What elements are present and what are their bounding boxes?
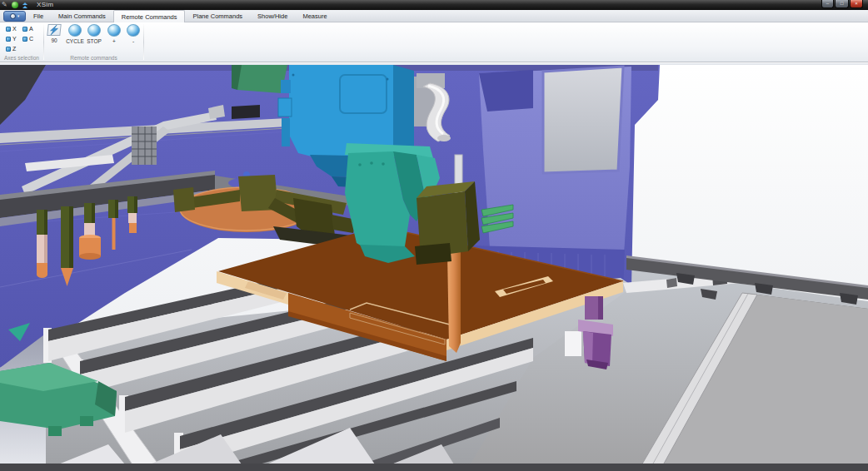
axis-checkbox-z[interactable]: Z xyxy=(6,45,16,52)
maximize-button[interactable]: □ xyxy=(835,0,849,8)
remote-group-label: Remote commands xyxy=(44,55,143,61)
remote-stop-button[interactable]: STOP xyxy=(84,24,104,44)
lightning-program-icon xyxy=(47,24,61,36)
tab-file[interactable]: File xyxy=(26,10,51,22)
remote-90-button[interactable]: 90 xyxy=(44,24,64,43)
window-title: XSim xyxy=(37,1,53,8)
quick-access-toolbar: ✎ xyxy=(2,1,27,9)
axis-icon xyxy=(6,47,11,52)
blue-sphere-icon xyxy=(127,24,140,37)
axis-icon xyxy=(6,27,11,32)
axes-group-label: Axes selection xyxy=(0,55,43,61)
axis-icon xyxy=(22,27,27,32)
application-menu-button[interactable]: ▾ xyxy=(3,11,26,22)
remote-plus-button[interactable]: + xyxy=(104,24,124,44)
viewing-window xyxy=(543,67,623,173)
axis-checkbox-x[interactable]: X xyxy=(6,25,17,32)
ribbon-tabs: File Main Commands Remote Commands Plane… xyxy=(26,10,335,22)
axis-checkbox-c[interactable]: C xyxy=(22,35,33,42)
collapse-chevrons-icon[interactable] xyxy=(22,2,27,8)
axis-icon xyxy=(6,37,11,42)
edit-icon[interactable]: ✎ xyxy=(2,1,7,9)
workpiece-leg xyxy=(447,251,461,353)
application-window: ✎ XSim – □ × ▾ File Main Commands Remote… xyxy=(0,0,868,471)
tab-show-hide[interactable]: Show/Hide xyxy=(250,10,295,22)
viewport-3d[interactable] xyxy=(0,65,868,471)
window-controls: – □ × xyxy=(821,0,863,8)
ribbon-body: X Y Z A C Axes selection 90 CYCLE xyxy=(0,22,868,62)
tab-remote-commands[interactable]: Remote Commands xyxy=(113,10,186,22)
minimize-button[interactable]: – xyxy=(821,0,834,8)
blue-sphere-icon xyxy=(68,24,82,37)
tab-measure[interactable]: Measure xyxy=(295,10,334,22)
axis-checkbox-a[interactable]: A xyxy=(22,25,33,32)
chevron-down-icon: ▾ xyxy=(17,14,20,18)
status-orb-icon[interactable] xyxy=(12,2,18,8)
remote-minus-button[interactable]: - xyxy=(123,24,143,44)
tab-main-commands[interactable]: Main Commands xyxy=(51,10,113,22)
remote-cycle-button[interactable]: CYCLE xyxy=(65,24,85,44)
tab-plane-commands[interactable]: Plane Commands xyxy=(185,10,250,22)
group-separator xyxy=(143,24,144,60)
title-bar: ✎ XSim – □ × xyxy=(0,0,868,10)
blue-sphere-icon xyxy=(87,24,101,37)
app-menu-icon xyxy=(10,13,16,19)
close-button[interactable]: × xyxy=(850,0,863,8)
blue-sphere-icon xyxy=(107,24,121,37)
axis-icon xyxy=(22,37,27,42)
axis-checkbox-y[interactable]: Y xyxy=(6,35,17,42)
